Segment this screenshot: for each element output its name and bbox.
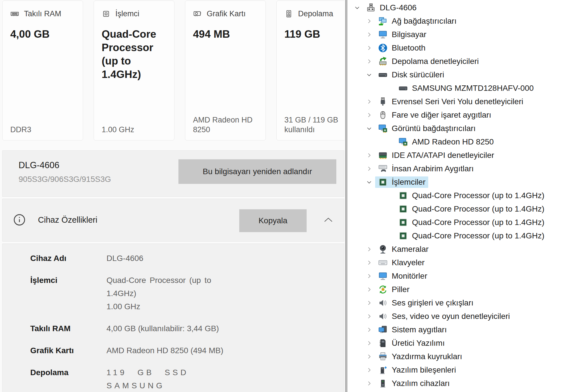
detail-label: Depolama [30, 366, 106, 392]
tree-row[interactable]: Piller [347, 283, 571, 296]
tree-row[interactable]: IDE ATA/ATAPI denetleyiciler [347, 148, 571, 162]
tree-row[interactable]: İnsan Arabirim Aygıtları [347, 162, 571, 175]
chevron-up-icon[interactable] [322, 216, 335, 224]
device-properties-header: Cihaz Özellikleri Kopyala [2, 199, 344, 242]
chevron-down-icon[interactable] [363, 179, 375, 185]
card-value: 119 GB [284, 27, 344, 41]
chevron-right-icon[interactable] [363, 300, 375, 306]
card-title: Takılı RAM [24, 9, 61, 18]
chevron-right-icon[interactable] [363, 313, 375, 319]
tree-row[interactable]: Bilgisayar [347, 28, 571, 41]
tree-row[interactable]: Quad-Core Processor (up to 1.4GHz) [347, 216, 571, 229]
chevron-right-icon[interactable] [363, 166, 375, 172]
tree-row[interactable]: İşlemciler [347, 175, 571, 189]
processor-icon [378, 177, 388, 187]
tree-row[interactable]: DLG-4606 [347, 1, 571, 14]
detail-row: Depolama 119 GB SSD SAMSUNGMZMTD128HAFV-… [3, 366, 344, 392]
tree-item-label: Yazılım cihazları [392, 379, 450, 388]
tree-row[interactable]: Yazdırma kuyrukları [347, 350, 571, 363]
tree-row[interactable]: Klavyeler [347, 256, 571, 269]
system-devices-icon [378, 325, 388, 335]
info-icon [13, 213, 26, 226]
tree-item-label: Quad-Core Processor (up to 1.4GHz) [412, 191, 544, 200]
tree-row[interactable]: Yazılım bileşenleri [347, 363, 571, 377]
tree-item-label: Quad-Core Processor (up to 1.4GHz) [412, 231, 544, 240]
spec-card: Depolama 119 GB 31 GB / 119 GB kullanıld… [276, 1, 344, 140]
battery-icon [378, 285, 388, 294]
chevron-right-icon[interactable] [363, 380, 375, 387]
device-details-list: Cihaz Adı DLG-4606 İşlemci Quad-Core Pro… [2, 244, 344, 392]
chevron-right-icon[interactable] [363, 367, 375, 373]
chevron-right-icon[interactable] [363, 327, 375, 333]
chevron-right-icon[interactable] [363, 112, 375, 118]
chevron-right-icon[interactable] [363, 98, 375, 105]
chevron-right-icon[interactable] [363, 45, 375, 51]
tree-item-label: Kameralar [392, 245, 429, 254]
chevron-right-icon[interactable] [363, 31, 375, 38]
detail-label: Cihaz Adı [30, 252, 106, 265]
tree-item-label: Evrensel Seri Veri Yolu denetleyicileri [392, 97, 523, 106]
hid-icon [378, 164, 388, 174]
detail-value: Quad-Core Processor (up to 1.4GHz)1.00 G… [106, 274, 244, 313]
disk-drive-icon [378, 70, 388, 80]
chevron-right-icon[interactable] [363, 18, 375, 24]
detail-label: Takılı RAM [30, 322, 106, 335]
tree-row[interactable]: Bluetooth [347, 41, 571, 55]
copy-button[interactable]: Kopyala [239, 209, 307, 232]
chevron-right-icon[interactable] [363, 260, 375, 266]
tree-row[interactable]: Quad-Core Processor (up to 1.4GHz) [347, 229, 571, 242]
display-adapter-icon [398, 137, 408, 147]
chevron-down-icon[interactable] [351, 5, 363, 11]
card-footer: 1.00 GHz [102, 125, 168, 134]
tree-item-label: Monitörler [392, 272, 427, 281]
detail-label: İşlemci [30, 274, 106, 313]
tree-row[interactable]: Yazılım cihazları [347, 377, 571, 390]
tree-row[interactable]: Depolama denetleyicileri [347, 55, 571, 68]
tree-item-label: Quad-Core Processor (up to 1.4GHz) [412, 204, 544, 214]
detail-row: Grafik Kartı AMD Radeon HD 8250 (494 MB) [3, 344, 344, 357]
tree-row[interactable]: Ses, video ve oyun denetleyicileri [347, 309, 571, 323]
monitor-icon [378, 271, 388, 281]
tree-row[interactable]: SAMSUNG MZMTD128HAFV-000 [347, 81, 571, 95]
tree-row[interactable]: Sistem aygıtları [347, 323, 571, 336]
rename-section: DLG-4606 905S3G/906S3G/915S3G Bu bilgisa… [2, 150, 344, 197]
tree-item-label: Ağ bağdaştırıcıları [392, 17, 457, 26]
chevron-right-icon[interactable] [363, 246, 375, 252]
tree-item-label: Yazdırma kuyrukları [392, 352, 462, 361]
tree-row[interactable]: Quad-Core Processor (up to 1.4GHz) [347, 189, 571, 202]
chevron-down-icon[interactable] [363, 125, 375, 132]
tree-item-label: Quad-Core Processor (up to 1.4GHz) [412, 218, 544, 227]
tree-row[interactable]: Quad-Core Processor (up to 1.4GHz) [347, 202, 571, 216]
tree-row[interactable]: Ses girişleri ve çıkışları [347, 296, 571, 309]
tree-row[interactable]: Üretici Yazılımı [347, 336, 571, 350]
spec-card: İşlemci Quad-Core Processor (up to 1.4GH… [94, 1, 174, 140]
processor-icon [398, 231, 408, 241]
computer-icon [366, 3, 376, 13]
tree-item-label: Piller [392, 285, 409, 294]
chevron-right-icon[interactable] [363, 286, 375, 293]
chevron-right-icon[interactable] [363, 58, 375, 65]
tree-row[interactable]: Fare ve diğer işaret aygıtları [347, 108, 571, 122]
chevron-right-icon[interactable] [363, 152, 375, 158]
detail-row: İşlemci Quad-Core Processor (up to 1.4GH… [3, 274, 344, 313]
chevron-right-icon[interactable] [363, 353, 375, 360]
spec-card: Takılı RAM 4,00 GB DDR3 [2, 1, 83, 140]
tree-row[interactable]: Evrensel Seri Veri Yolu denetleyicileri [347, 95, 571, 108]
tree-row[interactable]: Disk sürücüleri [347, 68, 571, 81]
card-footer: 31 GB / 119 GB kullanıldı [284, 115, 344, 134]
screen: Takılı RAM 4,00 GB DDR3 İşlemci Quad-Cor… [0, 0, 571, 392]
tree-row[interactable]: Monitörler [347, 269, 571, 283]
network-adapter-icon [378, 16, 388, 26]
tree-row[interactable]: Görüntü bağdaştırıcıları [347, 122, 571, 135]
tree-row[interactable]: AMD Radeon HD 8250 [347, 135, 571, 148]
chevron-right-icon[interactable] [363, 340, 375, 346]
tree-item-label: Sistem aygıtları [392, 325, 447, 334]
chevron-right-icon[interactable] [363, 273, 375, 279]
keyboard-icon [378, 258, 388, 268]
detail-value: 4,00 GB (kullanılabilir: 3,44 GB) [106, 322, 244, 335]
rename-pc-button[interactable]: Bu bilgisayarı yeniden adlandır [178, 159, 336, 184]
tree-row[interactable]: Ağ bağdaştırıcıları [347, 14, 571, 28]
display-adapter-icon [378, 124, 388, 133]
chevron-down-icon[interactable] [363, 72, 375, 78]
tree-row[interactable]: Kameralar [347, 242, 571, 256]
